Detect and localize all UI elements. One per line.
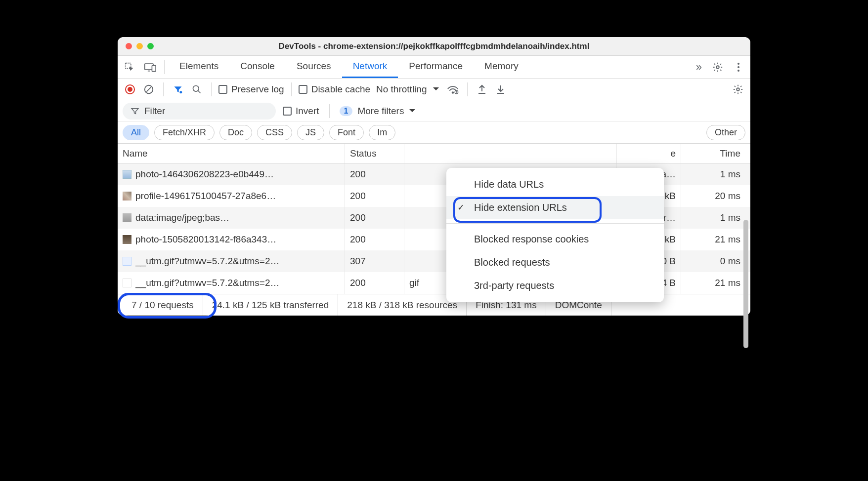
tab-sources[interactable]: Sources xyxy=(286,56,342,78)
more-filters-label: More filters xyxy=(357,106,404,117)
divider xyxy=(163,82,164,96)
chip-fetch-xhr[interactable]: Fetch/XHR xyxy=(154,125,215,140)
divider xyxy=(467,82,468,96)
svg-point-4 xyxy=(738,63,739,65)
divider xyxy=(164,60,165,74)
invert-checkbox[interactable]: Invert xyxy=(283,106,319,117)
tab-performance[interactable]: Performance xyxy=(398,56,474,78)
menu-third-party[interactable]: 3rd-party requests xyxy=(446,274,664,297)
minimize-window-button[interactable] xyxy=(136,43,143,49)
svg-point-3 xyxy=(716,66,719,69)
clear-button[interactable] xyxy=(141,82,156,97)
traffic-lights xyxy=(126,43,154,49)
disable-cache-checkbox[interactable]: Disable cache xyxy=(299,84,370,95)
chip-font[interactable]: Font xyxy=(329,125,364,140)
file-icon xyxy=(123,213,131,222)
chip-css[interactable]: CSS xyxy=(257,125,292,140)
network-toolbar: Preserve log Disable cache No throttling xyxy=(118,79,750,100)
filter-toggle-icon[interactable] xyxy=(171,82,185,97)
search-icon[interactable] xyxy=(189,82,204,97)
menu-blocked-requests[interactable]: Blocked requests xyxy=(446,251,664,274)
svg-point-11 xyxy=(193,85,199,91)
filter-input[interactable]: Filter xyxy=(123,103,276,120)
status-requests: 7 / 10 requests xyxy=(123,294,203,316)
panel-tabs: Elements Console Sources Network Perform… xyxy=(169,56,690,78)
tab-console[interactable]: Console xyxy=(229,56,286,78)
upload-har-icon[interactable] xyxy=(475,82,489,97)
file-icon xyxy=(123,192,131,200)
menu-separator xyxy=(446,223,664,224)
close-window-button[interactable] xyxy=(126,43,132,49)
filters-count-badge: 1 xyxy=(340,106,353,116)
type-chips-bar: All Fetch/XHR Doc CSS JS Font Im Other xyxy=(118,122,750,144)
header-time[interactable]: Time xyxy=(681,144,750,163)
preserve-log-checkbox[interactable]: Preserve log xyxy=(218,84,284,95)
record-button[interactable] xyxy=(123,82,137,97)
file-icon xyxy=(123,235,131,244)
header-status[interactable]: Status xyxy=(345,144,404,163)
menu-blocked-cookies[interactable]: Blocked response cookies xyxy=(446,228,664,251)
chip-all[interactable]: All xyxy=(123,125,149,140)
file-icon xyxy=(123,257,131,266)
divider xyxy=(211,82,212,96)
filter-placeholder: Filter xyxy=(144,106,165,117)
inspect-element-icon[interactable] xyxy=(120,57,139,77)
settings-icon[interactable] xyxy=(708,57,728,77)
more-options-icon[interactable] xyxy=(729,57,748,77)
chevron-down-icon xyxy=(409,109,416,114)
chip-img[interactable]: Im xyxy=(369,125,395,140)
network-settings-icon[interactable] xyxy=(731,82,745,97)
funnel-icon xyxy=(130,107,139,116)
window-titlebar: DevTools - chrome-extension://pejkokffka… xyxy=(118,37,750,56)
overflow-tabs-button[interactable]: » xyxy=(691,61,707,74)
preserve-log-label: Preserve log xyxy=(231,84,284,95)
download-har-icon[interactable] xyxy=(493,82,508,97)
menu-hide-data-urls[interactable]: Hide data URLs xyxy=(446,173,664,196)
svg-point-5 xyxy=(738,66,739,68)
chip-other[interactable]: Other xyxy=(706,125,745,140)
tab-memory[interactable]: Memory xyxy=(474,56,529,78)
device-toolbar-icon[interactable] xyxy=(140,57,160,77)
devtools-window: DevTools - chrome-extension://pejkokffka… xyxy=(118,37,750,316)
tab-network[interactable]: Network xyxy=(342,56,398,78)
invert-label: Invert xyxy=(296,106,319,117)
svg-point-14 xyxy=(737,88,739,91)
checkbox-icon xyxy=(283,107,292,116)
throttling-label: No throttling xyxy=(376,84,427,95)
header-size[interactable]: e xyxy=(617,144,681,163)
svg-point-8 xyxy=(128,87,132,92)
window-title: DevTools - chrome-extension://pejkokffka… xyxy=(125,41,743,51)
tab-elements[interactable]: Elements xyxy=(169,56,229,78)
header-gap xyxy=(404,144,617,163)
svg-rect-2 xyxy=(152,65,156,71)
svg-point-10 xyxy=(179,91,182,93)
status-transferred: 24.1 kB / 125 kB transferred xyxy=(203,294,339,316)
table-header: Name Status e Time xyxy=(118,144,750,163)
file-icon xyxy=(123,279,131,287)
header-name[interactable]: Name xyxy=(118,144,345,163)
divider xyxy=(291,82,292,96)
main-tabbar: Elements Console Sources Network Perform… xyxy=(118,56,750,79)
maximize-window-button[interactable] xyxy=(147,43,154,49)
checkbox-icon xyxy=(218,85,227,94)
svg-point-12 xyxy=(452,92,454,93)
svg-point-6 xyxy=(738,70,739,72)
network-conditions-icon[interactable] xyxy=(445,82,460,97)
filters-bar: Filter Invert 1 More filters xyxy=(118,100,750,122)
menu-hide-extension-urls[interactable]: Hide extension URLs xyxy=(446,196,664,219)
more-filters-dropdown[interactable]: 1 More filters xyxy=(340,106,416,117)
chip-doc[interactable]: Doc xyxy=(219,125,252,140)
scrollbar[interactable] xyxy=(743,220,748,348)
file-icon xyxy=(123,170,131,179)
divider xyxy=(329,104,330,118)
chip-js[interactable]: JS xyxy=(297,125,324,140)
checkbox-icon xyxy=(299,85,307,94)
disable-cache-label: Disable cache xyxy=(311,84,370,95)
more-filters-menu: Hide data URLs Hide extension URLs Block… xyxy=(446,168,664,302)
throttling-select[interactable]: No throttling xyxy=(374,84,441,95)
chevron-down-icon xyxy=(433,87,439,92)
